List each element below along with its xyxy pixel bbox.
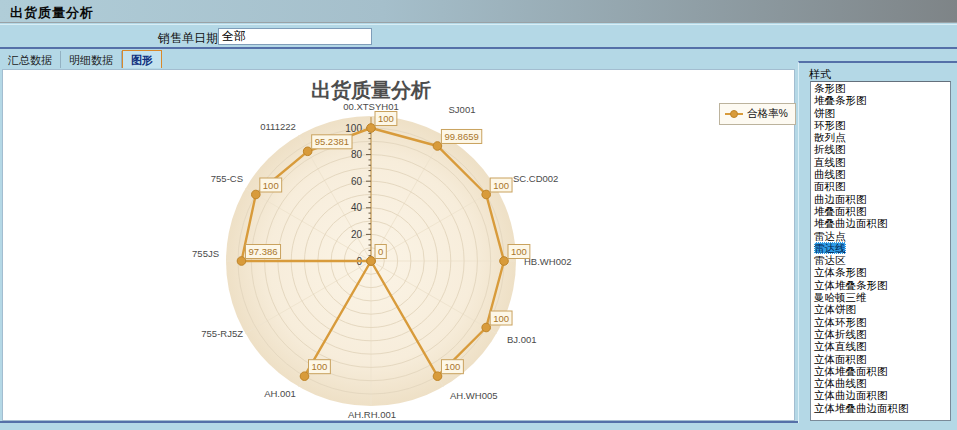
svg-text:60: 60 — [351, 176, 363, 187]
list-item[interactable]: 直线图 — [811, 156, 950, 168]
list-item[interactable]: 立体堆叠面积图 — [811, 365, 950, 377]
list-item[interactable]: 立体环形图 — [811, 316, 950, 328]
svg-text:755JS: 755JS — [192, 248, 219, 259]
list-item[interactable]: 曲线图 — [811, 168, 950, 180]
svg-text:100: 100 — [312, 361, 328, 372]
page-title: 出货质量分析 — [10, 4, 94, 22]
svg-text:100: 100 — [445, 361, 461, 372]
list-item[interactable]: 曼哈顿三维 — [811, 291, 950, 303]
svg-text:99.8659: 99.8659 — [444, 131, 478, 142]
list-item[interactable]: 面积图 — [811, 180, 950, 192]
radar-chart: 02040608010000.XTSYH01SJ001SC.CD002HB.WH… — [3, 70, 794, 420]
style-panel-title: 样式 — [809, 67, 831, 82]
chart-title: 出货质量分析 — [311, 77, 431, 104]
svg-text:80: 80 — [351, 149, 363, 160]
svg-text:755-RJ5Z: 755-RJ5Z — [201, 328, 243, 339]
sales-date-label: 销售单日期 — [158, 30, 218, 47]
list-item[interactable]: 立体曲线图 — [811, 377, 950, 389]
list-item[interactable]: 立体直线图 — [811, 340, 950, 352]
svg-text:0111222: 0111222 — [260, 121, 296, 132]
sales-date-input[interactable] — [218, 28, 372, 45]
svg-text:SJ001: SJ001 — [449, 104, 476, 115]
chart-panel: 出货质量分析 02040608010000.XTSYH01SJ001SC.CD0… — [2, 69, 795, 421]
list-item[interactable]: 饼图 — [811, 107, 950, 119]
list-item[interactable]: 立体条形图 — [811, 266, 950, 278]
list-item[interactable]: 立体堆叠条形图 — [811, 279, 950, 291]
legend-label: 合格率% — [747, 107, 788, 121]
svg-text:100: 100 — [511, 246, 527, 257]
svg-text:100: 100 — [378, 113, 394, 124]
svg-text:SC.CD002: SC.CD002 — [513, 173, 558, 184]
svg-text:HB.WH002: HB.WH002 — [524, 256, 572, 267]
tab-2[interactable]: 图形 — [122, 50, 162, 69]
filter-bar: 销售单日期 — [0, 24, 957, 47]
list-item[interactable]: 立体堆叠曲边面积图 — [811, 402, 950, 414]
list-item[interactable]: 折线图 — [811, 143, 950, 155]
style-panel: 样式 条形图堆叠条形图饼图环形图散列点折线图直线图曲线图面积图曲边面积图堆叠面积… — [798, 61, 957, 423]
legend-line-dot-icon — [725, 110, 743, 118]
list-item[interactable]: 雷达区 — [811, 254, 950, 266]
bottom-strip — [0, 425, 957, 430]
list-item[interactable]: 立体面积图 — [811, 353, 950, 365]
list-item[interactable]: 散列点 — [811, 131, 950, 143]
list-item[interactable]: 雷达线 — [811, 242, 950, 254]
list-item[interactable]: 堆叠面积图 — [811, 205, 950, 217]
list-item[interactable]: 雷达点 — [811, 230, 950, 242]
svg-text:BJ.001: BJ.001 — [507, 334, 537, 345]
svg-text:100: 100 — [493, 313, 509, 324]
svg-text:100: 100 — [263, 180, 279, 191]
list-item[interactable]: 立体饼图 — [811, 303, 950, 315]
svg-text:100: 100 — [493, 180, 509, 191]
svg-text:40: 40 — [351, 202, 363, 213]
style-listbox[interactable]: 条形图堆叠条形图饼图环形图散列点折线图直线图曲线图面积图曲边面积图堆叠面积图堆叠… — [810, 81, 951, 421]
svg-text:755-CS: 755-CS — [211, 173, 243, 184]
list-item[interactable]: 曲边面积图 — [811, 193, 950, 205]
list-item[interactable]: 堆叠条形图 — [811, 94, 950, 106]
svg-text:97.386: 97.386 — [248, 246, 277, 257]
chart-legend: 合格率% — [719, 103, 796, 125]
list-item[interactable]: 立体折线图 — [811, 328, 950, 340]
svg-text:AH.RH.001: AH.RH.001 — [348, 409, 396, 420]
svg-text:95.2381: 95.2381 — [315, 136, 349, 147]
list-item[interactable]: 立体曲边面积图 — [811, 389, 950, 401]
svg-text:0: 0 — [378, 246, 383, 257]
window-titlebar: 出货质量分析 — [0, 0, 957, 23]
svg-text:AH.001: AH.001 — [264, 388, 296, 399]
svg-text:AH.WH005: AH.WH005 — [450, 390, 498, 401]
svg-text:20: 20 — [351, 229, 363, 240]
tab-page-content: 出货质量分析 02040608010000.XTSYH01SJ001SC.CD0… — [0, 68, 957, 423]
list-item[interactable]: 环形图 — [811, 119, 950, 131]
list-item[interactable]: 条形图 — [811, 82, 950, 94]
list-item[interactable]: 堆叠曲边面积图 — [811, 217, 950, 229]
